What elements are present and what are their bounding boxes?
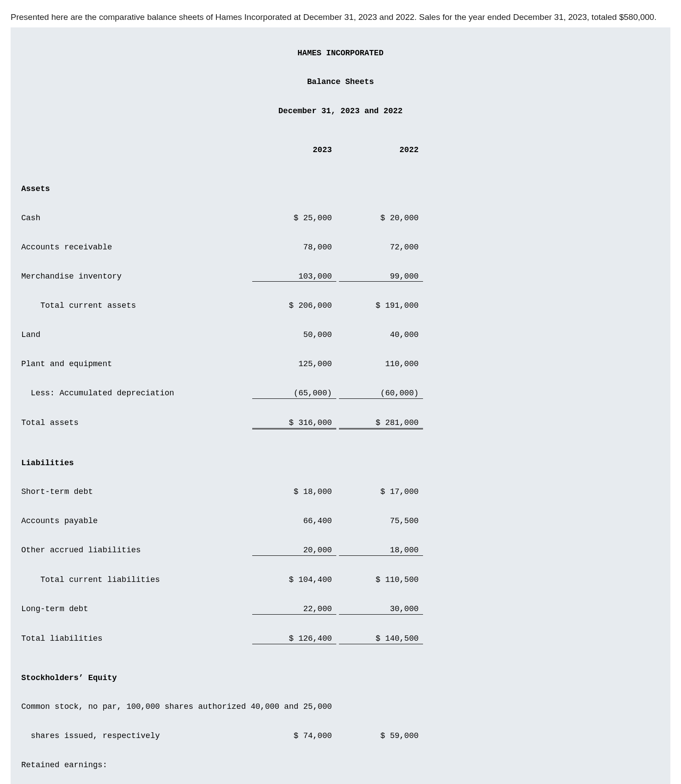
ta-2022: $ 281,000 — [339, 418, 423, 429]
row-re: Retained earnings: — [11, 761, 250, 770]
row-cs2: shares issued, respectively — [11, 731, 250, 741]
sheet-title-1: HAMES INCORPORATED — [11, 49, 670, 58]
cash-2022: $ 20,000 — [339, 214, 423, 223]
ar-2023: 78,000 — [252, 243, 336, 252]
tca-2023: $ 206,000 — [252, 301, 336, 311]
sheet-title-3: December 31, 2023 and 2022 — [11, 107, 670, 116]
oal-2023: 20,000 — [252, 546, 336, 556]
row-tl: Total liabilities — [11, 634, 250, 644]
ltd-2022: 30,000 — [339, 604, 423, 615]
ap-2022: 75,500 — [339, 516, 423, 526]
land-2023: 50,000 — [252, 330, 336, 340]
mi-2022: 99,000 — [339, 272, 423, 282]
row-land: Land — [11, 330, 250, 340]
ap-2023: 66,400 — [252, 516, 336, 526]
sheet-title-2: Balance Sheets — [11, 77, 670, 87]
row-std: Short-term debt — [11, 487, 250, 497]
row-oal: Other accrued liabilities — [11, 546, 250, 556]
row-ar: Accounts receivable — [11, 243, 250, 252]
intro-text: Presented here are the comparative balan… — [11, 12, 670, 23]
liab-header: Liabilities — [11, 459, 250, 468]
tcl-2022: $ 110,500 — [339, 575, 423, 585]
row-ad: Less: Accumulated depreciation — [11, 389, 250, 399]
col-2022: 2022 — [339, 145, 423, 155]
ltd-2023: 22,000 — [252, 604, 336, 615]
row-tca: Total current assets — [11, 301, 250, 311]
row-cash: Cash — [11, 214, 250, 223]
tl-2023: $ 126,400 — [252, 634, 336, 644]
ta-2023: $ 316,000 — [252, 418, 336, 429]
mi-2023: 103,000 — [252, 272, 336, 282]
std-2023: $ 18,000 — [252, 487, 336, 497]
cs-2022: $ 59,000 — [339, 731, 423, 741]
tl-2022: $ 140,500 — [339, 634, 423, 644]
cash-2023: $ 25,000 — [252, 214, 336, 223]
cs-2023: $ 74,000 — [252, 731, 336, 741]
oal-2022: 18,000 — [339, 546, 423, 556]
col-2023: 2023 — [252, 145, 336, 155]
row-cs1: Common stock, no par, 100,000 shares aut… — [11, 702, 250, 712]
row-ta: Total assets — [11, 418, 250, 429]
row-pe: Plant and equipment — [11, 359, 250, 369]
pe-2023: 125,000 — [252, 359, 336, 369]
ad-2022: (60,000) — [339, 389, 423, 399]
pe-2022: 110,000 — [339, 359, 423, 369]
row-ap: Accounts payable — [11, 516, 250, 526]
std-2022: $ 17,000 — [339, 487, 423, 497]
assets-header: Assets — [11, 184, 250, 194]
ar-2022: 72,000 — [339, 243, 423, 252]
land-2022: 40,000 — [339, 330, 423, 340]
ad-2023: (65,000) — [252, 389, 336, 399]
row-ltd: Long-term debt — [11, 604, 250, 615]
tca-2022: $ 191,000 — [339, 301, 423, 311]
row-mi: Merchandise inventory — [11, 272, 250, 282]
tcl-2023: $ 104,400 — [252, 575, 336, 585]
balance-sheet: HAMES INCORPORATED Balance Sheets Decemb… — [11, 27, 670, 784]
se-header: Stockholders’ Equity — [11, 673, 250, 683]
row-tcl: Total current liabilities — [11, 575, 250, 585]
